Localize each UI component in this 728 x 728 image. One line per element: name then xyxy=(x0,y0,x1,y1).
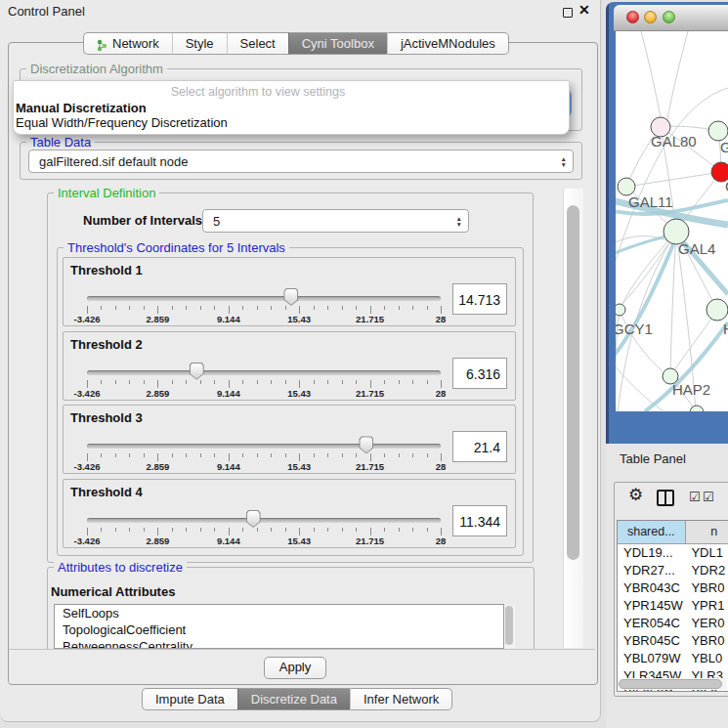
zoom-traffic-light-icon[interactable] xyxy=(663,11,675,23)
node-attribute-table[interactable]: shared...n YDL19...YDL1YDR27...YDR2YBR04… xyxy=(617,520,728,692)
network-canvas[interactable]: GAL80GACGAL11GAL4GCY1HHAP2 xyxy=(616,31,728,411)
close-traffic-light-icon[interactable] xyxy=(626,11,639,23)
scrollbar-thumb[interactable] xyxy=(619,679,722,689)
attribute-list-item[interactable]: SelfLoops xyxy=(55,605,503,621)
tick-mark xyxy=(342,380,343,384)
minimize-traffic-light-icon[interactable] xyxy=(644,11,657,23)
gear-icon[interactable]: ⚙ xyxy=(628,487,643,503)
algorithm-hint: Select algorithm to view settings xyxy=(131,85,385,99)
tick-mark xyxy=(87,453,88,461)
tick-mark xyxy=(257,306,258,310)
tab-style[interactable]: Style xyxy=(172,32,227,55)
network-node-ga[interactable] xyxy=(708,121,728,141)
tick-mark xyxy=(412,306,413,310)
tick-mark xyxy=(271,453,272,457)
slider-track[interactable] xyxy=(87,518,441,523)
tab-label: Select xyxy=(240,33,276,54)
scrollbar-thumb[interactable] xyxy=(505,606,513,645)
table-row[interactable]: YER054CYER0 xyxy=(618,615,728,632)
tick-label: 28 xyxy=(436,388,447,399)
table-row[interactable]: YDL19...YDL1 xyxy=(618,544,728,562)
threshold-value-field[interactable]: 11.344 xyxy=(452,505,507,536)
table-column-header[interactable]: n xyxy=(686,521,728,543)
tick-mark xyxy=(229,306,230,314)
slider-thumb[interactable] xyxy=(359,436,373,453)
bottom-tab-infer-network[interactable]: Infer Network xyxy=(350,688,452,710)
tick-mark xyxy=(200,528,201,532)
table-column-header[interactable]: shared... xyxy=(618,521,686,543)
tick-mark xyxy=(101,528,102,532)
table-row[interactable]: YDR27...YDR2 xyxy=(618,562,728,579)
settings-vertical-scrollbar[interactable] xyxy=(563,189,583,648)
apply-button[interactable]: Apply xyxy=(264,657,326,679)
close-panel-icon[interactable]: ✕ xyxy=(578,2,590,18)
slider-thumb[interactable] xyxy=(283,288,298,306)
table-row[interactable]: YPR145WYPR1 xyxy=(618,597,728,615)
table-cell[interactable]: YDR27... xyxy=(618,562,685,579)
algorithm-option[interactable]: Manual Discretization xyxy=(16,101,147,115)
tick-labels: -3.4262.8599.14415.4321.71528 xyxy=(87,461,441,472)
tab-cyni-toolbox[interactable]: Cyni Toolbox xyxy=(288,32,387,55)
table-cell[interactable]: YDL1 xyxy=(685,544,728,562)
tick-mark xyxy=(186,528,187,532)
table-data-combobox[interactable]: galFiltered.sif default node ▲▼ xyxy=(28,150,574,173)
table-cell[interactable]: YBR045C xyxy=(618,632,685,650)
threshold-value-field[interactable]: 14.713 xyxy=(452,283,507,315)
tick-label: 21.715 xyxy=(356,388,384,399)
attribute-list-item[interactable]: TopologicalCoefficient xyxy=(55,621,503,638)
table-cell[interactable]: YBR043C xyxy=(618,579,685,597)
tick-mark xyxy=(370,453,371,461)
number-of-intervals-combobox[interactable]: 5 ▲▼ xyxy=(202,209,469,233)
algorithm-option[interactable]: Equal Width/Frequency Discretization xyxy=(16,115,228,130)
network-node-h[interactable] xyxy=(707,299,728,321)
table-cell[interactable]: YBL0 xyxy=(685,650,728,667)
combobox-stepper-icon: ▲▼ xyxy=(456,216,462,227)
table-cell[interactable]: YER0 xyxy=(685,615,728,632)
table-row[interactable]: YBR043CYBR0 xyxy=(618,579,728,597)
attributes-list-scrollbar[interactable] xyxy=(504,605,515,648)
float-panel-icon[interactable] xyxy=(563,8,573,18)
threshold-value-field[interactable]: 21.4 xyxy=(452,431,507,462)
scrollbar-thumb[interactable] xyxy=(567,205,579,560)
tick-label: 2.859 xyxy=(147,535,170,546)
table-cell[interactable]: YBR0 xyxy=(685,579,728,597)
checkbox-checked-icon[interactable]: ☑ xyxy=(689,491,701,504)
table-cell[interactable]: YPR1 xyxy=(685,597,728,615)
bottom-tab-impute-data[interactable]: Impute Data xyxy=(142,688,237,710)
tick-mark xyxy=(87,528,88,535)
tick-label: 28 xyxy=(436,461,447,472)
tick-label: 21.715 xyxy=(356,535,384,546)
table-cell[interactable]: YBL079W xyxy=(618,650,685,667)
tab-select[interactable]: Select xyxy=(227,32,288,55)
column-split-icon[interactable] xyxy=(657,490,674,506)
slider-thumb[interactable] xyxy=(190,363,204,380)
table-cell[interactable]: YDR2 xyxy=(685,562,728,579)
threshold-value-field[interactable]: 6.316 xyxy=(452,358,507,389)
table-horizontal-scrollbar[interactable] xyxy=(618,678,727,690)
slider-track[interactable] xyxy=(87,444,441,449)
table-row[interactable]: YBR045CYBR0 xyxy=(618,632,728,650)
numerical-attributes-list[interactable]: SelfLoopsTopologicalCoefficientBetweenne… xyxy=(54,604,504,649)
attribute-list-item[interactable]: BetweennessCentrality xyxy=(55,638,503,649)
slider-track[interactable] xyxy=(87,296,441,301)
table-cell[interactable]: YER054C xyxy=(618,615,685,632)
tick-mark xyxy=(299,306,300,314)
tick-mark xyxy=(412,380,413,384)
checkbox-checked-icon[interactable]: ☑ xyxy=(703,491,714,504)
network-node-gcy1[interactable] xyxy=(616,304,625,316)
tick-mark xyxy=(200,306,201,310)
network-node-label: GCY1 xyxy=(616,321,653,337)
tick-mark xyxy=(214,380,215,384)
bottom-tab-discretize-data[interactable]: Discretize Data xyxy=(237,688,350,710)
table-cell[interactable]: YBR0 xyxy=(685,632,728,650)
table-cell[interactable]: YDL19... xyxy=(618,544,685,562)
tab-jactivemnodules[interactable]: jActiveMNodules xyxy=(387,32,509,55)
slider-track[interactable] xyxy=(87,370,441,375)
tick-mark xyxy=(229,528,230,535)
slider-thumb[interactable] xyxy=(246,510,261,528)
table-row[interactable]: YBL079WYBL0 xyxy=(618,650,728,667)
table-cell[interactable]: YPR145W xyxy=(618,597,685,615)
threshold-label: Threshold 1 xyxy=(70,263,143,278)
tick-mark xyxy=(214,306,215,310)
tab-network[interactable]: Network xyxy=(83,32,172,55)
